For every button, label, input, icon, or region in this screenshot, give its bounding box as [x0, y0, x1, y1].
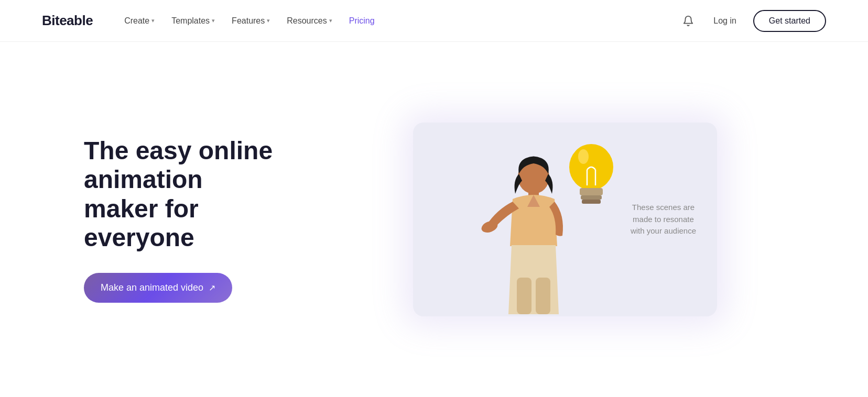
- woman-figure: [481, 152, 586, 316]
- chevron-down-icon: ▾: [329, 17, 332, 24]
- nav-right: Log in Get started: [680, 10, 826, 32]
- nav-item-templates[interactable]: Templates ▾: [165, 12, 221, 30]
- navbar: Biteable Create ▾ Templates ▾ Features ▾…: [0, 0, 868, 42]
- illustration-card: These scenes are made to resonate with y…: [413, 123, 717, 316]
- login-button[interactable]: Log in: [705, 12, 745, 30]
- cta-button[interactable]: Make an animated video ↗: [84, 273, 232, 303]
- chevron-down-icon: ▾: [151, 17, 155, 24]
- nav-links: Create ▾ Templates ▾ Features ▾ Resource…: [118, 12, 680, 30]
- nav-label-resources: Resources: [287, 16, 327, 26]
- hero-title: The easy online animation maker for ever…: [84, 136, 283, 252]
- scene-text-line1: These scenes are: [632, 203, 695, 212]
- nav-label-features: Features: [232, 16, 265, 26]
- nav-label-templates: Templates: [171, 16, 210, 26]
- svg-rect-10: [517, 278, 531, 314]
- nav-item-resources[interactable]: Resources ▾: [280, 12, 338, 30]
- nav-item-pricing[interactable]: Pricing: [343, 12, 381, 30]
- nav-item-features[interactable]: Features ▾: [225, 12, 276, 30]
- arrow-icon: ↗: [209, 283, 215, 293]
- nav-label-create: Create: [124, 16, 149, 26]
- scene-text-line3: with your audience: [631, 226, 696, 235]
- logo[interactable]: Biteable: [42, 13, 93, 29]
- hero-right: These scenes are made to resonate with y…: [304, 123, 826, 316]
- cta-label: Make an animated video: [101, 282, 203, 293]
- get-started-button[interactable]: Get started: [753, 10, 826, 32]
- hero-section: The easy online animation maker for ever…: [0, 42, 868, 397]
- svg-rect-11: [536, 278, 550, 314]
- scene-text-line2: made to resonate: [633, 215, 694, 224]
- hero-left: The easy online animation maker for ever…: [84, 136, 304, 303]
- chevron-down-icon: ▾: [212, 17, 215, 24]
- nav-label-pricing: Pricing: [349, 16, 375, 26]
- scene-text: These scenes are made to resonate with y…: [631, 202, 696, 237]
- chevron-down-icon: ▾: [267, 17, 270, 24]
- bell-icon[interactable]: [680, 13, 697, 29]
- nav-item-create[interactable]: Create ▾: [118, 12, 161, 30]
